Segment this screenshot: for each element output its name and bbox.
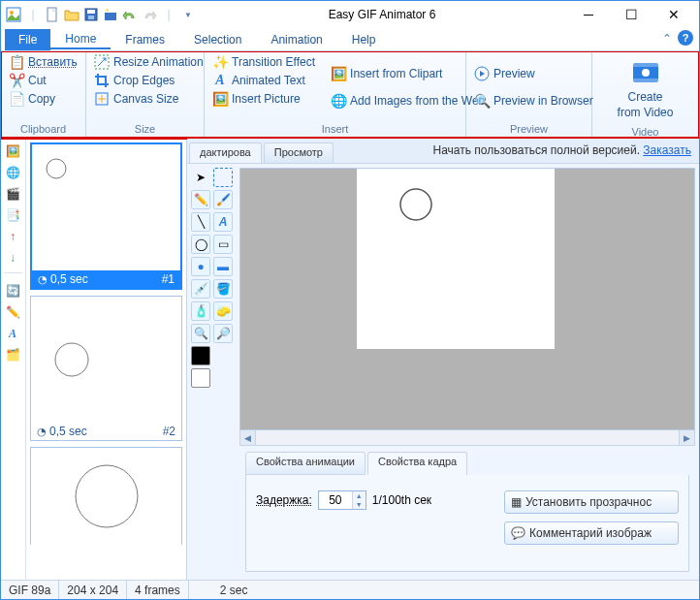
file-menu[interactable]: File	[5, 29, 50, 50]
zoom-in-tool[interactable]: 🔍	[191, 324, 210, 343]
comment-button[interactable]: 💬Комментарий изображ	[504, 521, 679, 545]
browser-label: Preview in Browser	[493, 94, 593, 108]
text-tool-icon[interactable]: A	[4, 325, 21, 342]
transition-button[interactable]: ✨Transition Effect	[208, 53, 319, 71]
rect-tool[interactable]: ▭	[213, 235, 233, 254]
pointer-tool[interactable]: ➤	[191, 168, 210, 187]
fill-rect-tool[interactable]: ▬	[213, 257, 233, 276]
canvas-viewport[interactable]	[239, 168, 695, 430]
close-button[interactable]: ✕	[652, 1, 695, 28]
marquee-tool[interactable]	[213, 168, 233, 187]
order-link[interactable]: Заказать	[643, 143, 691, 157]
new-icon[interactable]	[44, 6, 61, 23]
app-icon	[5, 6, 22, 23]
canvas[interactable]	[357, 169, 555, 349]
tool-icon[interactable]: 📑	[4, 206, 21, 224]
video-line1: Create	[627, 90, 662, 104]
cut-button[interactable]: ✂️Cut	[5, 72, 81, 89]
frame-preview	[31, 297, 181, 423]
ellipse-tool[interactable]: ◯	[191, 235, 210, 254]
frame-props-tab[interactable]: Свойства кадра	[367, 452, 467, 475]
status-format: GIF 89a	[1, 581, 59, 599]
clipart-icon: 🖼️	[331, 66, 346, 81]
crop-button[interactable]: Crop Edges	[90, 72, 207, 89]
edit-tab[interactable]: дактирова	[189, 142, 262, 163]
fill-ellipse-tool[interactable]: ●	[191, 257, 210, 276]
minimize-button[interactable]: ─	[567, 1, 610, 28]
transparency-button[interactable]: ▦Установить прозрачнос	[504, 490, 679, 514]
animtext-button[interactable]: AAnimated Text	[208, 72, 319, 89]
tab-animation[interactable]: Animation	[256, 31, 336, 48]
help-icon[interactable]: ?	[678, 30, 693, 46]
tool-icon[interactable]: 🔄	[4, 282, 21, 300]
paste-icon: 📋	[9, 54, 24, 70]
status-dimensions: 204 x 204	[59, 581, 127, 599]
brush-tool[interactable]: 🖌️	[213, 190, 233, 209]
zoom-out-tool[interactable]: 🔎	[213, 324, 233, 343]
ribbon: 📋Вставить ✂️Cut 📄Copy Clipboard Resize A…	[1, 51, 699, 139]
eyedropper-tool[interactable]: 💉	[191, 279, 210, 299]
resize-button[interactable]: Resize Animation	[90, 53, 207, 71]
open-icon[interactable]	[63, 6, 80, 23]
foreground-color[interactable]	[191, 346, 210, 365]
line-tool[interactable]: ╲	[191, 212, 210, 232]
canvas-button[interactable]: Canvas Size	[90, 90, 207, 108]
tab-selection[interactable]: Selection	[179, 31, 256, 48]
tool-icon[interactable]: 🖼️	[4, 142, 21, 160]
svg-rect-2	[48, 8, 56, 21]
preview-button[interactable]: Preview	[470, 65, 597, 82]
save-icon[interactable]	[82, 6, 100, 23]
spin-down-icon[interactable]: ▼	[353, 500, 366, 509]
eraser-tool[interactable]: 🧽	[213, 301, 233, 321]
status-bar: GIF 89a 204 x 204 4 frames 2 sec	[1, 580, 699, 599]
tool-icon[interactable]: 🗂️	[4, 346, 21, 363]
tab-frames[interactable]: Frames	[111, 31, 179, 48]
center-area: дактирова Просмотр Начать пользоваться п…	[187, 139, 699, 580]
animtext-icon: A	[212, 73, 228, 88]
cut-icon: ✂️	[9, 73, 24, 88]
scroll-right-icon[interactable]: ▶	[679, 430, 694, 445]
anim-props-tab[interactable]: Свойства анимации	[245, 452, 366, 475]
copy-button[interactable]: 📄Copy	[5, 90, 81, 108]
tab-help[interactable]: Help	[337, 31, 391, 48]
wizard-icon[interactable]	[102, 6, 119, 23]
delay-input[interactable]	[319, 491, 352, 509]
tab-home[interactable]: Home	[50, 30, 111, 49]
text-tool[interactable]: A	[213, 212, 233, 232]
qat-dropdown-icon[interactable]: ▼	[179, 6, 197, 23]
paste-button[interactable]: 📋Вставить	[5, 53, 81, 71]
svg-rect-4	[87, 10, 95, 14]
scroll-left-icon[interactable]: ◀	[240, 430, 256, 445]
tool-icon[interactable]: ✏️	[4, 303, 21, 321]
preview-tab[interactable]: Просмотр	[264, 142, 334, 163]
frame-thumb[interactable]: 0,5 sec#2	[30, 296, 182, 441]
redo-icon[interactable]	[141, 6, 158, 23]
group-video-label: Video	[596, 124, 694, 140]
up-arrow-icon[interactable]: ↑	[4, 228, 21, 245]
from-video-button[interactable]: Create from Video	[610, 53, 682, 124]
undo-icon[interactable]	[121, 6, 139, 23]
delay-spinner[interactable]: ▲▼	[318, 490, 366, 510]
tool-icon[interactable]: 🎬	[4, 185, 21, 203]
down-arrow-icon[interactable]: ↓	[4, 249, 21, 267]
insertpic-label: Insert Picture	[232, 92, 301, 106]
hscrollbar[interactable]: ◀ ▶	[239, 430, 695, 446]
group-preview-label: Preview	[470, 121, 588, 137]
pencil-tool[interactable]: ✏️	[191, 190, 210, 209]
frame-thumb[interactable]	[30, 447, 182, 545]
frame-thumb[interactable]: 0,5 sec#1	[30, 142, 182, 290]
spin-up-icon[interactable]: ▲	[353, 491, 366, 500]
group-clipboard: 📋Вставить ✂️Cut 📄Copy Clipboard	[1, 51, 86, 137]
video-icon	[630, 57, 661, 88]
spray-tool[interactable]: 🧴	[191, 301, 210, 321]
browser-button[interactable]: 🔍Preview in Browser	[470, 92, 597, 110]
bucket-tool[interactable]: 🪣	[213, 279, 233, 299]
clipart-button[interactable]: 🖼️Insert from Clipart	[327, 65, 489, 82]
promo-text: Начать пользоваться полной версией. Зака…	[433, 143, 691, 157]
webimg-button[interactable]: 🌐Add Images from the Web	[327, 92, 489, 110]
insertpic-button[interactable]: 🖼️Insert Picture	[208, 90, 319, 108]
maximize-button[interactable]: ☐	[610, 1, 652, 28]
background-color[interactable]	[191, 368, 210, 388]
tool-icon[interactable]: 🌐	[4, 164, 21, 181]
collapse-ribbon-icon[interactable]: ⌄	[662, 31, 672, 45]
